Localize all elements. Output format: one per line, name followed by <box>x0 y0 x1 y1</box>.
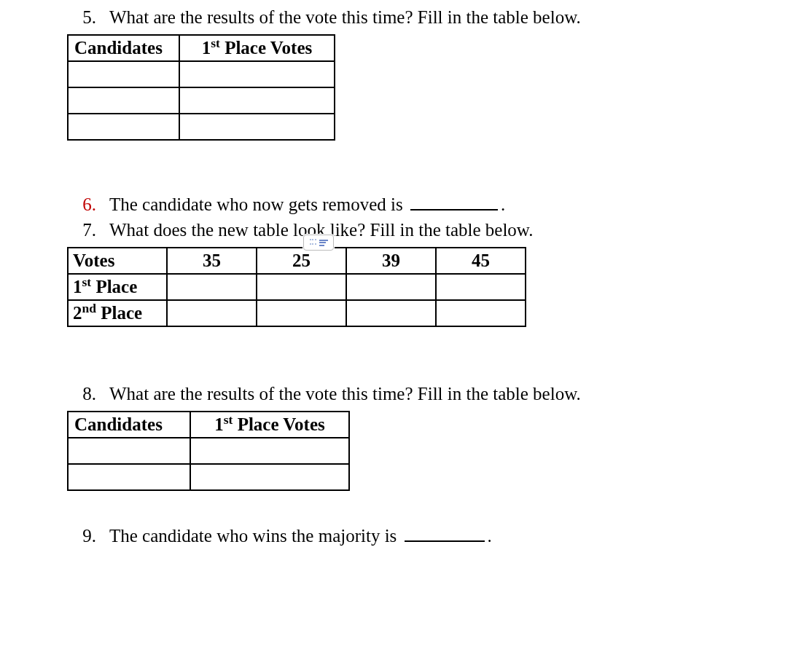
cell-votes[interactable] <box>179 87 335 114</box>
label-part: 1 <box>73 277 82 296</box>
q6-blank[interactable] <box>410 196 498 211</box>
cell-votes: 45 <box>436 248 526 274</box>
q9-text-after: . <box>488 526 492 546</box>
cell-2nd-place[interactable] <box>436 300 526 326</box>
table-header-candidates: Candidates <box>68 412 190 438</box>
row-label-votes: Votes <box>68 248 167 274</box>
cell-candidate[interactable] <box>68 114 179 140</box>
table-handle-icon[interactable] <box>303 235 334 251</box>
table-row <box>68 114 335 140</box>
table-row: 1st Place <box>68 274 526 300</box>
q8-number: 8. <box>66 381 96 406</box>
cell-votes: 25 <box>257 248 346 274</box>
cell-1st-place[interactable] <box>346 274 436 300</box>
q6-text-after: . <box>501 194 505 214</box>
cell-1st-place[interactable] <box>257 274 346 300</box>
question-5: 5.What are the results of the vote this … <box>66 4 783 30</box>
row-label-2nd-place: 2nd Place <box>68 300 167 326</box>
header-part: Place Votes <box>220 38 312 58</box>
q9-blank[interactable] <box>405 527 485 542</box>
cell-1st-place[interactable] <box>436 274 526 300</box>
q5-text: What are the results of the vote this ti… <box>109 7 581 27</box>
cell-votes[interactable] <box>190 464 349 490</box>
table-row <box>68 61 335 87</box>
cell-candidate[interactable] <box>68 438 190 464</box>
header-part: 1 <box>214 414 224 434</box>
label-part: Place <box>96 303 142 323</box>
header-part: 1 <box>202 38 211 58</box>
cell-candidate[interactable] <box>68 464 190 490</box>
worksheet-page: 5.What are the results of the vote this … <box>0 0 812 657</box>
table-row: Candidates 1st Place Votes <box>68 412 349 438</box>
header-sup: st <box>211 36 220 50</box>
table-row <box>68 438 349 464</box>
q5-number: 5. <box>66 4 96 30</box>
table-q7: Votes 35 25 39 45 1st Place <box>67 247 526 327</box>
cell-votes[interactable] <box>179 114 335 140</box>
table-row <box>68 464 349 490</box>
cell-2nd-place[interactable] <box>346 300 436 326</box>
table-header-candidates: Candidates <box>68 35 179 61</box>
label-part: 2 <box>73 303 82 323</box>
header-part: Place Votes <box>233 414 324 434</box>
table-row <box>68 87 335 114</box>
q6-text-before: The candidate who now gets removed is <box>109 194 407 214</box>
header-sup: st <box>224 412 233 427</box>
cell-2nd-place[interactable] <box>257 300 346 326</box>
row-label-1st-place: 1st Place <box>68 274 167 300</box>
cell-candidate[interactable] <box>68 61 179 87</box>
q8-text: What are the results of the vote this ti… <box>109 384 581 404</box>
cell-votes: 39 <box>346 248 436 274</box>
q9-text-before: The candidate who wins the majority is <box>109 526 402 546</box>
table-row: Candidates 1st Place Votes <box>68 35 335 61</box>
table-q5: Candidates 1st Place Votes <box>67 34 335 141</box>
cell-votes[interactable] <box>190 438 349 464</box>
cell-votes[interactable] <box>179 61 335 87</box>
cell-2nd-place[interactable] <box>167 300 257 326</box>
table-header-1st-place-votes: 1st Place Votes <box>190 412 349 438</box>
question-8: 8.What are the results of the vote this … <box>66 381 783 406</box>
table-q8: Candidates 1st Place Votes <box>67 411 350 491</box>
label-part: Place <box>91 277 137 296</box>
cell-candidate[interactable] <box>68 87 179 114</box>
q6-number: 6. <box>66 192 96 217</box>
table-row: Votes 35 25 39 45 <box>68 248 526 274</box>
question-6: 6.The candidate who now gets removed is … <box>66 192 783 217</box>
table-header-1st-place-votes: 1st Place Votes <box>179 35 335 61</box>
label-sup: st <box>82 275 92 289</box>
cell-1st-place[interactable] <box>167 274 257 300</box>
question-7: 7.What does the new table look like? Fil… <box>66 217 783 243</box>
q9-number: 9. <box>66 523 96 548</box>
question-9: 9.The candidate who wins the majority is… <box>66 523 783 548</box>
cell-votes: 35 <box>167 248 257 274</box>
table-row: 2nd Place <box>68 300 526 326</box>
q7-number: 7. <box>66 217 96 243</box>
label-sup: nd <box>82 301 96 315</box>
